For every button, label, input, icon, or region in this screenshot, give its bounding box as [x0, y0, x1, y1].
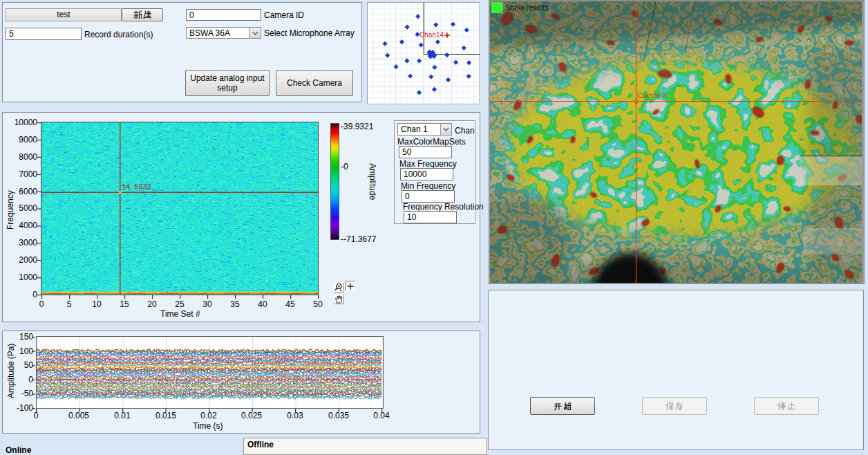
svg-text:14, 5932: 14, 5932	[122, 183, 151, 191]
svg-text:Cursor 0: Cursor 0	[637, 91, 666, 100]
svg-text:Chan14: Chan14	[419, 31, 444, 39]
